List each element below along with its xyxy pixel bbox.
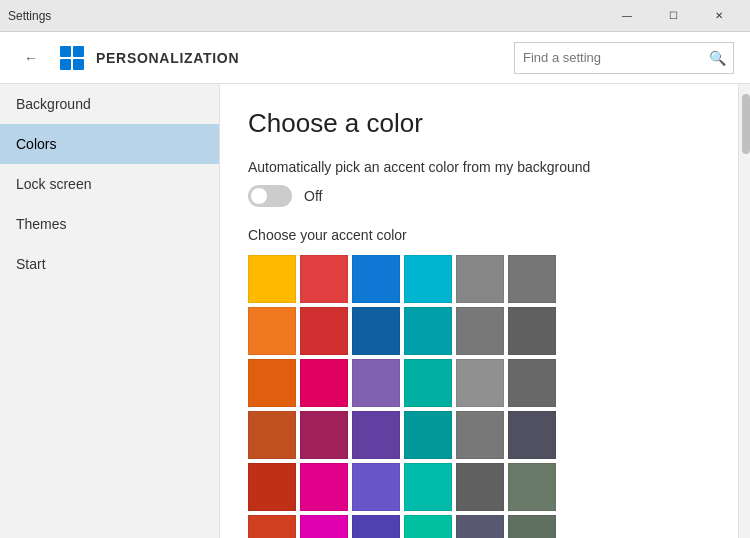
sidebar-item-lock-screen[interactable]: Lock screen (0, 164, 219, 204)
color-swatch[interactable] (352, 411, 400, 459)
color-swatch[interactable] (456, 463, 504, 511)
color-swatch[interactable] (248, 255, 296, 303)
color-swatch[interactable] (404, 515, 452, 538)
color-swatch[interactable] (456, 411, 504, 459)
content-area: Choose a color Automatically pick an acc… (220, 84, 738, 538)
auto-pick-description: Automatically pick an accent color from … (248, 159, 710, 175)
sidebar-item-background-label: Background (16, 96, 91, 112)
sidebar-item-themes-label: Themes (16, 216, 67, 232)
color-swatch[interactable] (300, 359, 348, 407)
toggle-track (248, 185, 292, 207)
accent-section-label: Choose your accent color (248, 227, 710, 243)
maximize-button[interactable]: ☐ (650, 0, 696, 32)
color-swatch[interactable] (404, 359, 452, 407)
sidebar: Background Colors Lock screen Themes Sta… (0, 84, 220, 538)
color-swatch[interactable] (300, 307, 348, 355)
color-swatch[interactable] (300, 515, 348, 538)
main-area: Background Colors Lock screen Themes Sta… (0, 84, 750, 538)
svg-rect-1 (73, 46, 84, 57)
auto-pick-toggle[interactable] (248, 185, 292, 207)
titlebar-controls: — ☐ ✕ (604, 0, 742, 32)
color-swatch[interactable] (248, 307, 296, 355)
toggle-row: Off (248, 185, 710, 207)
sidebar-item-colors-label: Colors (16, 136, 56, 152)
color-swatch[interactable] (300, 411, 348, 459)
color-swatch[interactable] (404, 463, 452, 511)
personalization-icon (58, 44, 86, 72)
color-swatch[interactable] (352, 515, 400, 538)
close-button[interactable]: ✕ (696, 0, 742, 32)
sidebar-item-themes[interactable]: Themes (0, 204, 219, 244)
color-swatch[interactable] (248, 411, 296, 459)
back-icon: ← (24, 50, 38, 66)
sidebar-item-start[interactable]: Start (0, 244, 219, 284)
color-swatch[interactable] (248, 359, 296, 407)
scrollbar-thumb[interactable] (742, 94, 750, 154)
color-swatch[interactable] (300, 255, 348, 303)
color-swatch[interactable] (508, 359, 556, 407)
color-swatch[interactable] (456, 255, 504, 303)
titlebar-left: Settings (8, 9, 51, 23)
app-header: ← PERSONALIZATION 🔍 (0, 32, 750, 84)
search-input[interactable] (515, 50, 701, 65)
settings-titlebar-title: Settings (8, 9, 51, 23)
color-swatch[interactable] (404, 255, 452, 303)
color-swatch[interactable] (508, 307, 556, 355)
color-grid (248, 255, 710, 538)
color-swatch[interactable] (456, 515, 504, 538)
sidebar-item-colors[interactable]: Colors (0, 124, 219, 164)
color-swatch[interactable] (404, 307, 452, 355)
sidebar-item-background[interactable]: Background (0, 84, 219, 124)
color-swatch[interactable] (456, 359, 504, 407)
color-swatch[interactable] (248, 515, 296, 538)
color-swatch[interactable] (352, 463, 400, 511)
color-swatch[interactable] (508, 515, 556, 538)
titlebar: Settings — ☐ ✕ (0, 0, 750, 32)
color-swatch[interactable] (248, 463, 296, 511)
svg-rect-3 (73, 59, 84, 70)
search-icon-button[interactable]: 🔍 (701, 42, 733, 74)
color-swatch[interactable] (300, 463, 348, 511)
minimize-button[interactable]: — (604, 0, 650, 32)
color-swatch[interactable] (404, 411, 452, 459)
page-title: Choose a color (248, 108, 710, 139)
toggle-thumb (251, 188, 267, 204)
color-swatch[interactable] (456, 307, 504, 355)
sidebar-item-lock-screen-label: Lock screen (16, 176, 91, 192)
color-swatch[interactable] (508, 411, 556, 459)
color-swatch[interactable] (352, 359, 400, 407)
color-swatch[interactable] (508, 255, 556, 303)
color-swatch[interactable] (352, 307, 400, 355)
toggle-off-label: Off (304, 188, 322, 204)
sidebar-item-start-label: Start (16, 256, 46, 272)
search-box[interactable]: 🔍 (514, 42, 734, 74)
search-icon: 🔍 (709, 50, 726, 66)
color-swatch[interactable] (352, 255, 400, 303)
scrollbar-track[interactable] (738, 84, 750, 538)
app-title: PERSONALIZATION (96, 50, 514, 66)
svg-rect-0 (60, 46, 71, 57)
svg-rect-2 (60, 59, 71, 70)
color-swatch[interactable] (508, 463, 556, 511)
back-button[interactable]: ← (16, 43, 46, 73)
